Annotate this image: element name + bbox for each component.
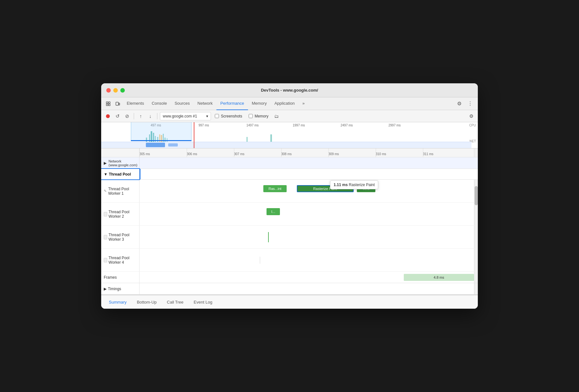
screenshots-checkbox[interactable] [215,114,219,118]
worker-2-content[interactable]: I... [139,203,474,225]
tab-call-tree[interactable]: Call Tree [162,295,189,309]
worker-3-icon [104,235,107,239]
network-track-content [139,157,474,169]
tab-more[interactable]: » [298,97,308,110]
tab-sources[interactable]: Sources [171,97,194,110]
worker-2-icon [104,212,107,216]
scrollbar-col [474,249,478,271]
time-tick-3: 308 ms [281,152,292,156]
device-toolbar-icon[interactable] [113,99,122,108]
tab-console[interactable]: Console [148,97,171,110]
tick-line-4 [328,148,329,157]
time-tick-6: 311 ms [423,152,433,156]
titlebar: DevTools - www.google.com/ [101,83,478,97]
maximize-button[interactable] [120,88,125,93]
timeline-ruler: 305 ms 306 ms 307 ms 308 ms 309 ms 310 m… [101,148,478,157]
worker-3-content[interactable] [139,226,474,248]
tab-bottom-up[interactable]: Bottom-Up [132,295,162,309]
close-button[interactable] [106,88,111,93]
worker-1-content[interactable]: Ras...int Rasterize Paint R...t 1.11 ms … [139,180,474,202]
svg-rect-5 [119,103,120,105]
window-title: DevTools - www.google.com/ [261,88,318,93]
network-expand-icon[interactable]: ▶ [104,161,107,165]
net-chart [101,142,471,148]
tab-memory[interactable]: Memory [248,97,271,110]
frames-content[interactable]: 4.8 ms [139,272,474,283]
scrollbar-col [474,203,478,225]
settings-icon[interactable]: ⚙ [455,99,464,108]
cpu-label: CPU [469,124,476,127]
tab-event-log[interactable]: Event Log [189,295,218,309]
memory-checkbox[interactable] [249,114,253,118]
download-button[interactable]: ↓ [146,112,154,120]
overview-area[interactable]: CPU NET 497 ms 997 ms 1497 ms 1997 ms 24… [101,122,478,148]
tick-line-3 [281,148,282,157]
tab-application[interactable]: Application [271,97,299,110]
time-selection[interactable] [131,122,192,141]
time-tick-4: 309 ms [328,152,339,156]
clear-button[interactable]: ⊘ [123,112,131,120]
thread-pool-label: ▼ Thread Pool [101,169,139,179]
screenshots-checkbox-label[interactable]: Screenshots [215,114,242,118]
scrollbar-col [474,180,478,202]
net-bar-1 [146,143,165,147]
network-track-label: ▶ Network (www.google.com) [101,157,139,169]
scrollbar-area [474,148,478,157]
chevron-down-icon: ▾ [206,114,208,118]
overview-time-1: 997 ms [199,124,209,127]
more-options-icon[interactable]: ⋮ [466,99,475,108]
network-track-row[interactable]: ▶ Network (www.google.com) [101,157,478,169]
overview-time-5: 2997 ms [388,124,401,127]
thread-pool-collapse-icon[interactable]: ▼ [104,172,108,177]
divider-1 [134,113,134,119]
worker-4-label: Thread Pool Worker 4 [101,249,139,271]
scrollbar-thumb[interactable] [475,186,478,205]
tick-line-6 [423,148,423,157]
tab-performance[interactable]: Performance [216,97,248,110]
time-tick-2: 307 ms [234,152,244,156]
tab-network[interactable]: Network [194,97,217,110]
worker-1-label: ✎ Thread Pool Worker 1 [101,180,139,202]
timeline-tracks: ▶ Network (www.google.com) ▼ Thread Pool [101,157,478,295]
event-worker2-i[interactable]: I... [267,208,280,215]
tab-right-icons: ⚙ ⋮ [455,99,475,108]
frames-row: Frames 4.8 ms [101,272,478,283]
timings-label: ▶ Timings [101,283,139,294]
worker-4-tick [260,257,260,264]
tick-line-1 [187,148,187,157]
reload-record-button[interactable]: ↺ [113,112,122,120]
profile-selector[interactable]: www.google.com #1 ▾ [160,112,211,120]
upload-button[interactable]: ↑ [137,112,145,120]
tooltip-rasterize: 1.11 ms Rasterize Paint [330,180,378,189]
tab-elements[interactable]: Elements [123,97,148,110]
worker-4-content[interactable] [139,249,474,271]
record-button[interactable] [104,112,112,120]
event-ras-int[interactable]: Ras...int [263,185,287,192]
time-tick-0: 305 ms [139,152,150,156]
svg-rect-18 [246,137,248,142]
divider-2 [157,113,157,119]
memory-checkbox-label[interactable]: Memory [249,114,268,118]
minimize-button[interactable] [113,88,118,93]
svg-rect-4 [116,102,118,105]
perf-toolbar: ↺ ⊘ ↑ ↓ www.google.com #1 ▾ Screenshots … [101,110,478,122]
worker-2-label: Thread Pool Worker 2 [101,203,139,225]
timings-expand-icon[interactable]: ▶ [104,287,107,291]
blue-border-line [139,169,140,179]
tab-summary[interactable]: Summary [104,295,132,309]
worker-4-icon [104,258,107,262]
selection-bar [131,140,192,141]
thread-pool-content [139,169,474,179]
thread-pool-header-row[interactable]: ▼ Thread Pool [101,169,478,180]
worker-1-edit-icon[interactable]: ✎ [104,189,107,193]
worker-2-row: Thread Pool Worker 2 I... [101,203,478,226]
timings-content [139,283,474,294]
tick-line-0 [139,148,140,157]
memory-icon-btn[interactable]: 🗂 [272,112,281,120]
inspect-icon[interactable] [104,99,113,108]
svg-rect-0 [106,102,108,103]
timings-row[interactable]: ▶ Timings [101,283,478,295]
worker-4-row: Thread Pool Worker 4 [101,249,478,272]
scrollbar-col [474,272,478,283]
perf-settings-icon[interactable]: ⚙ [467,112,475,120]
